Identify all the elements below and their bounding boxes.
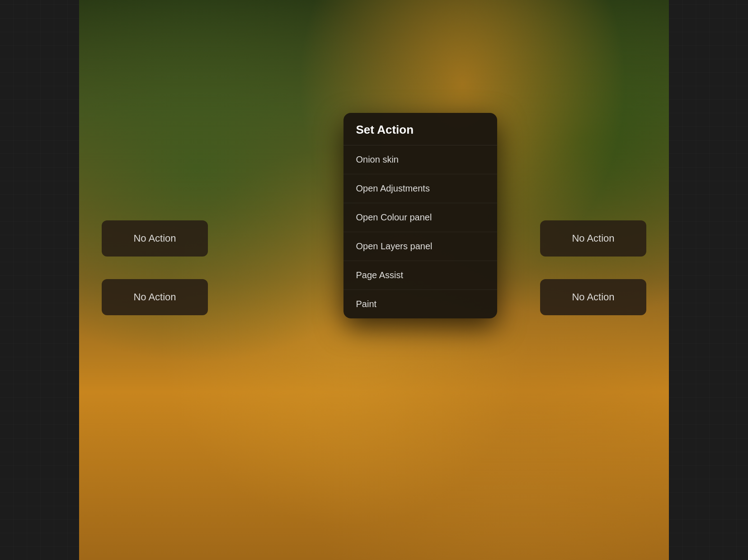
- set-action-title: Set Action: [343, 113, 497, 145]
- set-action-item-paint[interactable]: Paint: [343, 290, 497, 318]
- set-action-item-open-adjustments[interactable]: Open Adjustments: [343, 174, 497, 203]
- set-action-item-page-assist[interactable]: Page Assist: [343, 261, 497, 290]
- left-panel: [0, 0, 79, 560]
- no-action-button-left-bottom[interactable]: No Action: [102, 279, 208, 315]
- right-panel: [669, 0, 748, 560]
- set-action-item-open-colour-panel[interactable]: Open Colour panel: [343, 203, 497, 232]
- no-action-button-right-bottom[interactable]: No Action: [540, 279, 646, 315]
- set-action-item-onion-skin[interactable]: Onion skin: [343, 145, 497, 174]
- set-action-dropdown: Set Action Onion skin Open Adjustments O…: [343, 113, 497, 318]
- set-action-item-open-layers-panel[interactable]: Open Layers panel: [343, 232, 497, 261]
- no-action-button-left-top[interactable]: No Action: [102, 220, 208, 257]
- no-action-button-right-top[interactable]: No Action: [540, 220, 646, 257]
- set-action-items-list: Onion skin Open Adjustments Open Colour …: [343, 145, 497, 318]
- canvas-area: No Action No Action No Action No Action …: [79, 0, 669, 560]
